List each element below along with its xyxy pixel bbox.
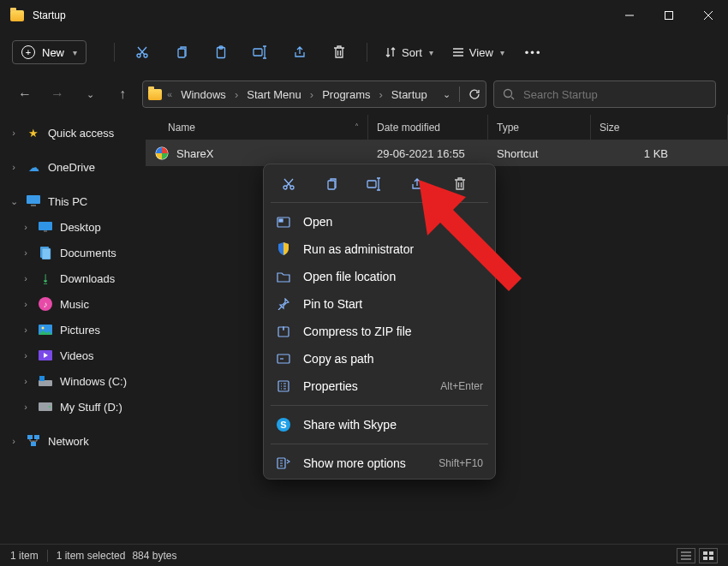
- sidebar-item-quick-access[interactable]: › ★ Quick access: [0, 120, 146, 146]
- chevron-right-icon: ›: [21, 325, 31, 335]
- svg-rect-34: [279, 219, 283, 222]
- thumbnails-view-button[interactable]: [699, 548, 718, 563]
- open-icon: [276, 216, 291, 228]
- sidebar-item-desktop[interactable]: › Desktop: [0, 214, 146, 240]
- sidebar-item-windows-c[interactable]: › Windows (C:): [0, 368, 146, 394]
- sort-arrow-icon: ˄: [355, 122, 359, 132]
- column-type[interactable]: Type: [488, 115, 591, 140]
- svg-rect-17: [39, 380, 52, 386]
- breadcrumb[interactable]: Start Menu: [243, 86, 305, 103]
- refresh-button[interactable]: [468, 88, 480, 100]
- up-button[interactable]: ↑: [110, 81, 135, 107]
- back-button[interactable]: ←: [12, 81, 38, 107]
- window-controls: [610, 0, 728, 31]
- chevron-down-icon[interactable]: ⌄: [443, 89, 451, 100]
- ctx-pin[interactable]: Pin to Start: [264, 290, 495, 318]
- chevron-right-icon: ›: [21, 376, 31, 386]
- ctx-delete-button[interactable]: [447, 173, 473, 195]
- pc-icon: [26, 194, 41, 209]
- delete-button[interactable]: [322, 35, 356, 69]
- details-view-button[interactable]: [677, 548, 695, 563]
- properties-icon: [276, 380, 291, 392]
- svg-rect-26: [709, 551, 713, 555]
- ctx-open[interactable]: Open: [264, 208, 495, 235]
- chevron-right-icon: ›: [9, 436, 19, 446]
- ctx-rename-button[interactable]: [361, 173, 387, 195]
- navigation-pane: › ★ Quick access › ☁ OneDrive ⌄ This PC …: [0, 115, 146, 544]
- file-name: ShareX: [176, 147, 213, 160]
- forward-button[interactable]: →: [45, 81, 70, 107]
- breadcrumb[interactable]: Programs: [319, 86, 373, 103]
- ctx-zip[interactable]: Compress to ZIP file: [264, 318, 495, 345]
- minimize-button[interactable]: [610, 0, 649, 31]
- videos-icon: [38, 348, 53, 363]
- column-date[interactable]: Date modified: [368, 115, 488, 140]
- chevron-right-icon: ›: [9, 162, 19, 172]
- ctx-copypath[interactable]: Copy as path: [264, 345, 495, 372]
- file-explorer-window: Startup + New ▾: [0, 0, 728, 566]
- ctx-copy-button[interactable]: [319, 173, 344, 195]
- recent-button[interactable]: ⌄: [77, 81, 103, 107]
- sidebar-item-network[interactable]: › Network: [0, 428, 146, 454]
- svg-rect-13: [42, 248, 51, 259]
- svg-rect-3: [178, 49, 185, 57]
- svg-point-20: [49, 406, 51, 408]
- svg-rect-11: [44, 230, 47, 232]
- sidebar-item-mystuff-d[interactable]: › My Stuff (D:): [0, 394, 146, 420]
- address-bar[interactable]: « Windows› Start Menu› Programs› Startup…: [142, 80, 486, 108]
- status-bytes: 884 bytes: [132, 550, 176, 562]
- sidebar-item-downloads[interactable]: › ⭳ Downloads: [0, 265, 146, 291]
- search-icon: [503, 88, 515, 100]
- ctx-runadmin[interactable]: Run as administrator: [264, 235, 495, 263]
- svg-rect-32: [367, 181, 376, 188]
- sidebar-item-thispc[interactable]: ⌄ This PC: [0, 188, 146, 214]
- cut-button[interactable]: [125, 35, 159, 69]
- search-box[interactable]: [493, 80, 716, 108]
- svg-rect-6: [254, 49, 262, 56]
- ctx-openloc[interactable]: Open file location: [264, 263, 495, 290]
- ctx-share-button[interactable]: [404, 173, 430, 195]
- column-size[interactable]: Size: [591, 115, 728, 140]
- chevron-right-icon: ›: [21, 247, 31, 258]
- column-headers: Name ˄ Date modified Type Size: [146, 115, 728, 140]
- share-button[interactable]: [283, 35, 317, 69]
- drive-icon: [38, 373, 53, 389]
- window-title: Startup: [33, 9, 66, 21]
- more-button[interactable]: •••: [516, 42, 551, 63]
- new-button[interactable]: + New ▾: [12, 40, 87, 64]
- breadcrumb[interactable]: Startup: [388, 86, 431, 103]
- sidebar-item-videos[interactable]: › Videos: [0, 343, 146, 368]
- svg-rect-31: [328, 181, 335, 189]
- paste-button[interactable]: [204, 35, 238, 69]
- column-name[interactable]: Name ˄: [146, 115, 368, 140]
- view-button[interactable]: View ▾: [445, 42, 511, 63]
- copy-button[interactable]: [164, 35, 199, 69]
- ctx-cut-button[interactable]: [276, 173, 301, 195]
- chevron-right-icon: ›: [21, 273, 31, 283]
- sort-button[interactable]: Sort ▾: [378, 42, 440, 63]
- ctx-skype[interactable]: S Share with Skype: [264, 411, 495, 438]
- svg-rect-25: [703, 551, 707, 555]
- shield-icon: [276, 242, 291, 256]
- svg-rect-27: [703, 557, 707, 560]
- more-icon: [276, 457, 291, 469]
- svg-rect-8: [27, 195, 40, 204]
- sidebar-item-onedrive[interactable]: › ☁ OneDrive: [0, 154, 146, 180]
- maximize-button[interactable]: [649, 0, 689, 31]
- close-button[interactable]: [689, 0, 728, 31]
- sidebar-item-documents[interactable]: › Documents: [0, 240, 146, 265]
- sidebar-item-pictures[interactable]: › Pictures: [0, 317, 146, 343]
- breadcrumb[interactable]: Windows: [177, 86, 230, 103]
- view-icon: [452, 46, 464, 58]
- ctx-more[interactable]: Show more options Shift+F10: [264, 450, 495, 477]
- chevron-down-icon: ▾: [429, 48, 433, 57]
- file-size: 1 KB: [591, 147, 728, 160]
- rename-button[interactable]: [243, 35, 277, 69]
- app-icon: [154, 146, 170, 161]
- table-row[interactable]: ShareX 29-06-2021 16:55 Shortcut 1 KB: [146, 140, 728, 166]
- sidebar-item-music[interactable]: › ♪ Music: [0, 291, 146, 317]
- svg-rect-0: [665, 12, 673, 20]
- ctx-properties[interactable]: Properties Alt+Enter: [264, 372, 495, 400]
- search-input[interactable]: [523, 88, 707, 101]
- folder-icon: [148, 89, 162, 100]
